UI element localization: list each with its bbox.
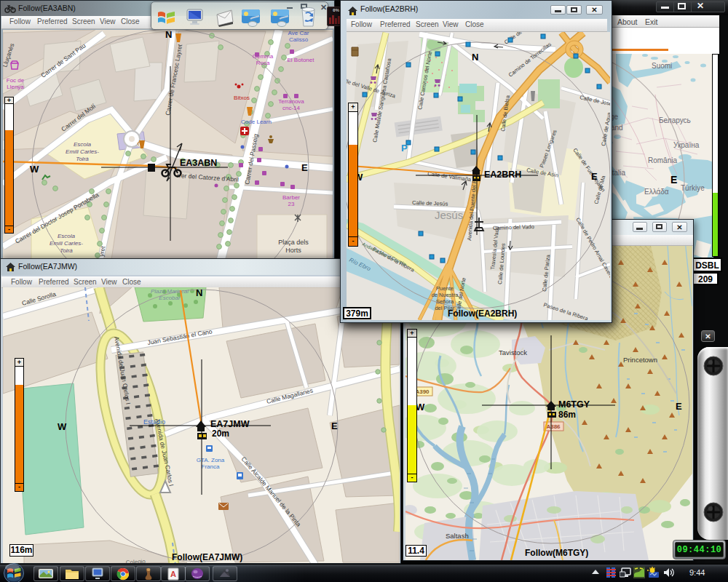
svg-text:Tolrà: Tolrà [76,156,89,162]
svg-text:El Botonet: El Botonet [288,57,315,63]
svg-text:E: E [676,401,682,412]
svg-text:20m: 20m [212,428,229,439]
svg-text:de Nuestra: de Nuestra [432,292,459,298]
svg-text:Llenya: Llenya [7,84,24,90]
svg-text:Señora: Señora [436,298,454,305]
svg-text:GTA. Zona: GTA. Zona [197,457,225,463]
svg-text:EA2BRH: EA2BRH [484,170,521,180]
svg-text:Escola: Escola [74,141,92,148]
svg-text:Emíli Carles-: Emíli Carles- [66,148,99,155]
svg-text:Ave Car: Ave Car [288,30,309,36]
svg-text:Türkiye: Türkiye [681,184,705,192]
svg-text:Estadio: Estadio [143,418,165,426]
svg-text:23: 23 [288,201,295,207]
svg-text:Italia: Italia [610,169,626,177]
svg-text:Calissó: Calissó [289,36,309,43]
svg-text:Bitxos: Bitxos [234,95,250,101]
svg-text:Tolrà: Tolrà [60,247,73,254]
svg-text:Suomi: Suomi [652,62,672,70]
svg-text:W: W [30,164,39,175]
svg-text:Horts: Horts [285,247,301,254]
svg-text:Беларусь: Беларусь [659,116,691,124]
svg-text:EA7JMW: EA7JMW [210,419,250,429]
svg-text:86m: 86m [558,410,576,420]
svg-text:Emíli Carles-: Emíli Carles- [50,240,83,247]
svg-text:Ελλάδα: Ελλάδα [644,188,669,196]
svg-text:E: E [670,174,677,186]
svg-text:A390: A390 [415,388,430,395]
svg-text:Franca: Franca [202,463,220,470]
svg-text:Escobar: Escobar [159,295,181,301]
svg-text:Saltash: Saltash [446,532,469,540]
svg-text:România: România [648,156,677,164]
svg-text:E: E [591,171,598,182]
svg-text:Princetown: Princetown [623,356,657,364]
svg-text:Tavistock: Tavistock [499,348,527,356]
svg-text:A386: A386 [546,423,561,430]
svg-text:EA3ABN: EA3ABN [180,158,217,168]
svg-text:Calle de Jesús: Calle de Jesús [412,199,448,207]
svg-text:Puente: Puente [436,285,454,292]
svg-text:Foc de: Foc de [7,77,25,84]
svg-text:Code Learn: Code Learn [241,119,272,125]
svg-text:Jesús: Jesús [435,209,463,221]
svg-text:Terranova: Terranova [278,98,304,105]
svg-text:A: A [170,570,176,578]
svg-text:Україна: Україна [673,141,700,149]
svg-text:W: W [58,421,67,432]
svg-text:E: E [301,162,308,173]
svg-text:Escola: Escola [58,233,76,239]
svg-text:Barber: Barber [282,194,300,201]
svg-text:M6TGY: M6TGY [558,399,590,410]
svg-text:N: N [196,287,202,298]
svg-text:Plaça dels: Plaça dels [278,239,309,246]
svg-text:Roca: Roca [256,60,270,66]
svg-text:Plaza Mariscal: Plaza Mariscal [151,288,189,295]
svg-text:E: E [331,420,338,431]
svg-text:N: N [165,30,172,40]
svg-text:cnc-14: cnc-14 [282,105,301,111]
svg-text:N: N [472,52,478,63]
svg-text:Colegio: Colegio [126,558,146,563]
